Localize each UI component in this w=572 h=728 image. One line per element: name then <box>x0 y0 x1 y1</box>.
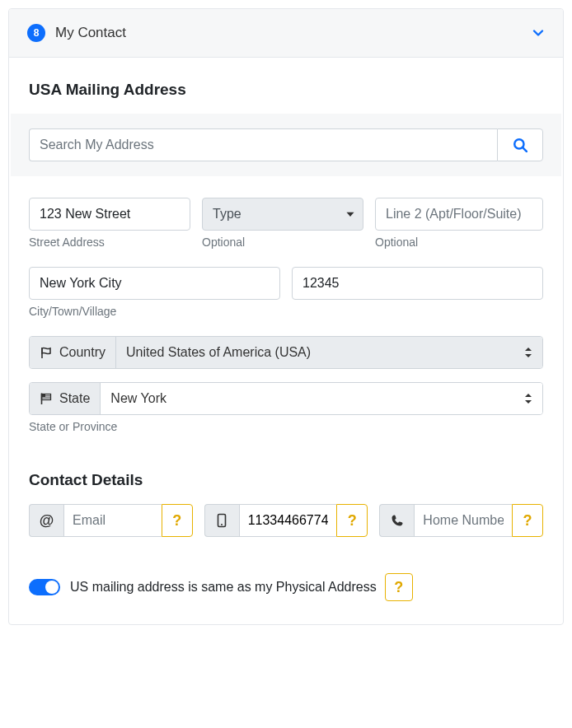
country-value: United States of America (USA) <box>126 345 311 360</box>
state-row: State New York State or Province <box>29 382 543 433</box>
email-help-button[interactable]: ? <box>162 504 193 537</box>
address-search-section <box>11 114 561 176</box>
section-title-contact: Contact Details <box>29 471 543 489</box>
line2-input[interactable] <box>375 198 543 231</box>
svg-line-1 <box>523 147 527 152</box>
at-icon: @ <box>29 504 63 537</box>
address-search-input[interactable] <box>29 128 497 161</box>
zip-col <box>292 267 543 318</box>
street-input[interactable] <box>29 198 190 231</box>
type-select[interactable]: Type <box>202 198 363 231</box>
same-address-switch[interactable] <box>29 579 60 595</box>
mobile-icon <box>204 504 239 537</box>
country-select[interactable]: United States of America (USA) <box>116 337 542 368</box>
same-address-label: US mailing address is same as my Physica… <box>70 580 377 595</box>
country-prefix-label: Country <box>59 345 105 360</box>
city-label: City/Town/Village <box>29 305 280 318</box>
email-group: @ ? <box>29 504 193 537</box>
state-value: New York <box>110 391 166 406</box>
svg-rect-10 <box>42 394 46 398</box>
card-header[interactable]: 8 My Contact <box>9 9 563 58</box>
state-prefix: State <box>30 383 101 414</box>
phone-icon <box>379 504 414 537</box>
card-title: My Contact <box>55 25 532 41</box>
street-label: Street Address <box>29 236 190 249</box>
home-input[interactable] <box>414 504 512 537</box>
state-select-group: State New York <box>29 382 543 415</box>
country-row: Country United States of America (USA) <box>29 336 543 369</box>
address-search-group <box>29 128 543 161</box>
sort-icon <box>524 347 532 358</box>
state-prefix-label: State <box>59 391 90 406</box>
flag-icon <box>40 346 53 359</box>
home-group: ? <box>379 504 543 537</box>
mobile-help-button[interactable]: ? <box>336 504 368 537</box>
country-select-group: Country United States of America (USA) <box>29 336 543 369</box>
contact-card: 8 My Contact USA Mailing Address Street … <box>8 8 564 625</box>
line2-col: Optional <box>375 198 543 249</box>
svg-marker-11 <box>525 394 532 397</box>
state-label: State or Province <box>29 420 543 433</box>
zip-input[interactable] <box>292 267 543 300</box>
street-row: Street Address Type Optional Optional <box>29 198 543 249</box>
home-help-button[interactable]: ? <box>512 504 543 537</box>
mobile-input[interactable] <box>239 504 337 537</box>
same-address-row: US mailing address is same as my Physica… <box>29 573 543 601</box>
type-select-wrap: Type <box>202 198 363 231</box>
mobile-group: ? <box>204 504 368 537</box>
section-title-address: USA Mailing Address <box>29 81 543 99</box>
city-input[interactable] <box>29 267 280 300</box>
type-col: Type Optional <box>202 198 363 249</box>
contact-details-row: @ ? ? ? <box>29 504 543 537</box>
chevron-down-icon <box>532 26 545 40</box>
email-input[interactable] <box>63 504 162 537</box>
search-icon <box>513 138 527 152</box>
address-search-button[interactable] <box>497 128 543 161</box>
svg-marker-4 <box>525 348 532 351</box>
line2-label: Optional <box>375 236 543 249</box>
same-address-help-button[interactable]: ? <box>385 573 413 601</box>
card-body: USA Mailing Address Street Address Type <box>9 58 563 624</box>
svg-marker-5 <box>525 354 532 357</box>
street-col: Street Address <box>29 198 190 249</box>
sort-icon <box>524 393 532 404</box>
svg-marker-12 <box>525 400 532 404</box>
city-row: City/Town/Village <box>29 267 543 318</box>
city-col: City/Town/Village <box>29 267 280 318</box>
step-badge: 8 <box>27 24 45 42</box>
country-prefix: Country <box>30 337 116 368</box>
state-select[interactable]: New York <box>101 383 542 414</box>
type-label: Optional <box>202 236 363 249</box>
flag-usa-icon <box>40 392 53 405</box>
